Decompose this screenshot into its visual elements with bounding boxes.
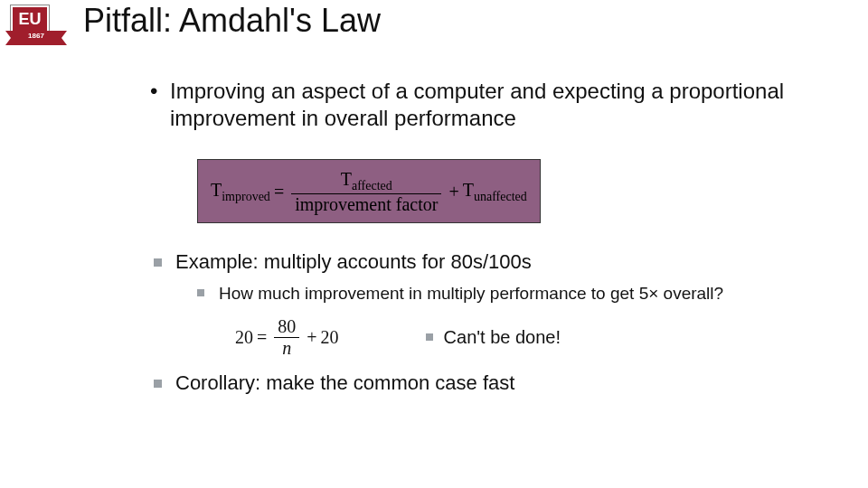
logo-badge: EU [11, 5, 49, 33]
eq-fraction: 80 n [274, 316, 299, 359]
example-heading: Example: multiply accounts for 80s/100s [148, 250, 814, 274]
eq-tail: 20 [321, 327, 339, 348]
amdahl-formula-box: Timproved = Taffected improvement factor… [197, 159, 541, 223]
formula-tail: Tunaffected [463, 180, 527, 204]
fraction-denominator: improvement factor [291, 194, 441, 215]
eq-numerator: 80 [274, 316, 299, 337]
logo-year: 1867 [11, 32, 61, 40]
example-row: 20 = 80 n + 20 Can't be done! [235, 316, 814, 359]
fraction-numerator: Taffected [337, 169, 396, 193]
eq-plus: + [307, 327, 316, 348]
logo-banner: 1867 [11, 31, 61, 45]
example-question: How much improvement in multiply perform… [192, 283, 814, 305]
university-logo: EU 1867 [11, 5, 65, 45]
eq-lhs: 20 [235, 327, 253, 348]
example-list: Example: multiply accounts for 80s/100s … [145, 250, 814, 395]
slide-title: Pitfall: Amdahl's Law [83, 2, 381, 40]
slide-body: Improving an aspect of a computer and ex… [145, 78, 814, 404]
eq-equals: = [257, 327, 267, 348]
fraction: Taffected improvement factor [291, 169, 441, 215]
corollary: Corollary: make the common case fast [148, 371, 814, 395]
example-equation: 20 = 80 n + 20 [235, 316, 339, 359]
eq-denominator: n [278, 338, 295, 359]
plus-sign: + [448, 182, 458, 202]
slide: EU 1867 Pitfall: Amdahl's Law Improving … [0, 0, 868, 488]
amdahl-formula: Timproved = Taffected improvement factor… [211, 169, 527, 215]
bullet-intro: Improving an aspect of a computer and ex… [145, 78, 814, 132]
equals-sign: = [274, 182, 284, 202]
example-result: Can't be done! [420, 327, 561, 348]
formula-lhs: Timproved [211, 180, 270, 204]
